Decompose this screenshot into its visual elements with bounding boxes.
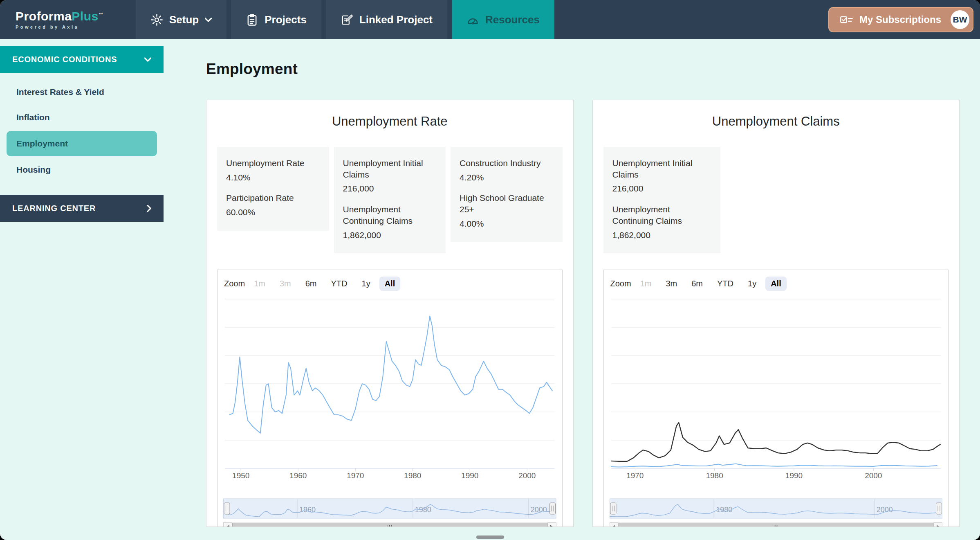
stat-box: Unemployment Initial Claims 216,000 Unem… — [334, 147, 446, 253]
nav-item-label: Setup — [169, 14, 199, 26]
stat-value: 4.10% — [226, 172, 320, 183]
zoom-1y-button[interactable]: 1y — [742, 277, 762, 291]
chart-scrollbar — [223, 522, 556, 527]
stat-box: Unemployment Initial Claims 216,000 Unem… — [603, 147, 720, 253]
nav-item-label: Linked Project — [359, 14, 433, 26]
scrollbar-track[interactable] — [232, 522, 547, 527]
svg-text:2000: 2000 — [518, 471, 536, 480]
brand-proforma: Proforma — [16, 9, 72, 23]
svg-text:1990: 1990 — [785, 471, 802, 480]
nav-item-projects[interactable]: Projects — [231, 0, 321, 39]
svg-text:1990: 1990 — [461, 471, 478, 480]
zoom-1m-button: 1m — [249, 277, 271, 291]
arrow-right-icon — [937, 525, 940, 527]
zoom-6m-button[interactable]: 6m — [686, 277, 708, 291]
nav-item-setup[interactable]: Setup — [136, 0, 226, 39]
scrollbar-right-arrow[interactable] — [933, 522, 942, 527]
avatar[interactable]: BW — [951, 10, 969, 29]
svg-text:1950: 1950 — [232, 471, 249, 480]
stat-label: Participation Rate — [226, 192, 320, 204]
linked-project-icon — [341, 14, 353, 26]
svg-text:2000: 2000 — [876, 506, 893, 514]
svg-text:1970: 1970 — [626, 471, 644, 480]
top-navbar: ProformaPlus™ Powered by Axia Setup Pro — [0, 0, 980, 39]
sidebar: ECONOMIC CONDITIONS Interest Rates & Yie… — [0, 39, 164, 540]
sidebar-item-interest-rates-yield[interactable]: Interest Rates & Yield — [0, 79, 164, 105]
scrollbar-track[interactable] — [619, 522, 934, 527]
app-logo[interactable]: ProformaPlus™ Powered by Axia — [0, 0, 136, 39]
unemployment-rate-card: Unemployment Rate Unemployment Rate 4.10… — [206, 100, 574, 527]
arrow-right-icon — [550, 525, 553, 527]
page-title: Employment — [206, 61, 960, 78]
brand-plus: Plus — [72, 9, 98, 23]
chart-navigator[interactable]: 196019802000 — [223, 497, 556, 520]
unemployment-rate-chart: Zoom 1m 3m 6m YTD 1y All 195019601970198… — [217, 270, 563, 527]
section-label: ECONOMIC CONDITIONS — [12, 55, 117, 64]
stat-label: High School Graduate 25+ — [460, 192, 554, 215]
my-subscriptions-button[interactable]: My Subscriptions BW — [828, 7, 973, 32]
stat-box: Construction Industry 4.20% High School … — [451, 147, 563, 242]
zoom-3m-button: 3m — [274, 277, 296, 291]
scrollbar-thumb[interactable] — [619, 523, 934, 527]
stats-row: Unemployment Initial Claims 216,000 Unem… — [603, 147, 949, 253]
zoom-6m-button[interactable]: 6m — [300, 277, 322, 291]
svg-text:1980: 1980 — [716, 506, 732, 514]
arrow-left-icon — [226, 525, 229, 527]
app: ProformaPlus™ Powered by Axia Setup Pro — [0, 0, 980, 540]
nav-item-resources[interactable]: Resources — [452, 0, 554, 39]
sidebar-item-inflation[interactable]: Inflation — [0, 105, 164, 130]
brand-trademark: ™ — [99, 12, 103, 17]
my-subscriptions-label: My Subscriptions — [859, 14, 941, 25]
sidebar-menu: Interest Rates & Yield Inflation Employm… — [0, 73, 164, 186]
sidebar-item-employment[interactable]: Employment — [7, 131, 157, 156]
subscriptions-icon — [840, 14, 853, 25]
main-nav: Setup Projects Linked Project — [136, 0, 554, 39]
unemployment-claims-card: Unemployment Claims Unemployment Initial… — [592, 100, 960, 527]
nav-item-label: Resources — [485, 14, 540, 26]
grip-icon — [388, 525, 392, 527]
navbar-right: My Subscriptions BW — [828, 0, 980, 39]
section-label: LEARNING CENTER — [12, 204, 96, 213]
projects-icon — [246, 14, 258, 26]
zoom-3m-button[interactable]: 3m — [660, 277, 682, 291]
zoom-1y-button[interactable]: 1y — [357, 277, 376, 291]
nav-item-label: Projects — [265, 14, 307, 26]
chart-plot-area[interactable]: 195019601970198019902000 — [223, 295, 556, 483]
stat-value: 1,862,000 — [612, 230, 711, 241]
scrollbar-left-arrow[interactable] — [223, 522, 232, 527]
svg-text:1960: 1960 — [289, 471, 307, 480]
stat-label: Unemployment Initial Claims — [343, 158, 437, 180]
svg-text:1980: 1980 — [706, 471, 723, 480]
sidebar-section-learning-center[interactable]: LEARNING CENTER — [0, 195, 164, 222]
stat-value: 216,000 — [343, 183, 437, 194]
stat-label: Unemployment Continuing Claims — [612, 204, 711, 226]
svg-text:1980: 1980 — [415, 506, 431, 514]
stat-value: 216,000 — [612, 183, 711, 194]
stat-box: Unemployment Rate 4.10% Participation Ra… — [217, 147, 329, 231]
sidebar-section-economic-conditions[interactable]: ECONOMIC CONDITIONS — [0, 46, 164, 73]
page-horizontal-scrollbar[interactable] — [476, 536, 504, 539]
chart-plot-area[interactable]: 1970198019902000 — [610, 295, 943, 483]
stat-label: Unemployment Initial Claims — [612, 158, 711, 180]
scrollbar-thumb[interactable] — [232, 523, 547, 527]
zoom-all-button[interactable]: All — [765, 277, 787, 291]
zoom-ytd-button[interactable]: YTD — [326, 277, 353, 291]
zoom-1m-button: 1m — [635, 277, 657, 291]
svg-text:1970: 1970 — [347, 471, 364, 480]
zoom-ytd-button[interactable]: YTD — [712, 277, 739, 291]
page-body: ECONOMIC CONDITIONS Interest Rates & Yie… — [0, 39, 980, 540]
grip-icon — [774, 525, 778, 527]
sidebar-item-housing[interactable]: Housing — [0, 157, 164, 182]
gear-icon — [150, 14, 163, 26]
nav-item-linked-project[interactable]: Linked Project — [326, 0, 447, 39]
stat-label: Unemployment Continuing Claims — [343, 204, 437, 226]
chart-scrollbar — [610, 522, 943, 527]
zoom-label: Zoom — [224, 279, 245, 288]
zoom-all-button[interactable]: All — [379, 277, 401, 291]
chevron-down-icon — [144, 57, 151, 62]
chart-navigator[interactable]: 19802000 — [610, 497, 943, 520]
scrollbar-right-arrow[interactable] — [547, 522, 556, 527]
sidebar-item-label: Housing — [16, 165, 51, 175]
scrollbar-left-arrow[interactable] — [610, 522, 619, 527]
brand-wordmark: ProformaPlus™ — [16, 10, 136, 22]
